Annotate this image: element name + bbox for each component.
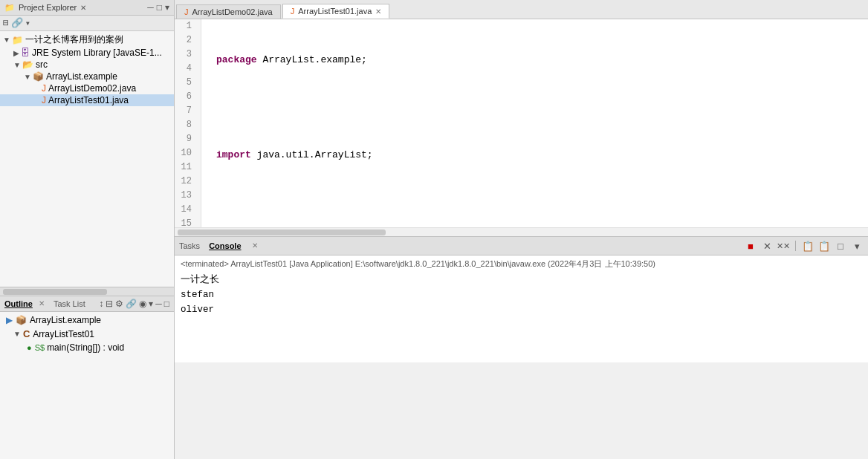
console-header: Tasks Console ✕ ■ ✕ ✕✕ 📋 📋 □ ▾ bbox=[175, 237, 868, 255]
outline-toolbar: ↕ ⊟ ⚙ 🔗 ◉ ▾ ─ □ bbox=[99, 299, 169, 309]
project-explorer-title: Project Explorer bbox=[19, 3, 77, 12]
console-output-0: 一计之长 bbox=[181, 273, 862, 287]
toolbar-menu-icon[interactable]: ▾ bbox=[25, 18, 30, 29]
src-label: src bbox=[36, 59, 48, 70]
outline-tab-close: ✕ bbox=[39, 299, 45, 308]
outline-maximize-icon[interactable]: □ bbox=[164, 299, 169, 309]
tree-item-jre[interactable]: ▶ 🗄 JRE System Library [JavaSE-1... bbox=[0, 47, 174, 59]
outline-package-icon2: 📦 bbox=[16, 315, 27, 325]
console-tab[interactable]: Console bbox=[209, 241, 241, 250]
separator bbox=[795, 241, 796, 251]
console-menu-icon[interactable]: ▾ bbox=[850, 239, 864, 253]
tab2-close-icon[interactable]: ✕ bbox=[375, 7, 381, 16]
console-tabs: Tasks Console ✕ bbox=[179, 241, 258, 250]
outline-item-class[interactable]: ▼ C ArrayListTest01 bbox=[0, 327, 174, 341]
outline-item-package[interactable]: ▶ 📦 ArrayList.example bbox=[0, 313, 174, 327]
tab2-java-icon: J bbox=[291, 7, 295, 16]
collapsed-icon: ▶ bbox=[13, 49, 19, 57]
menu-chevron-icon[interactable]: ▾ bbox=[165, 2, 169, 13]
outline-class-label: ArrayListTest01 bbox=[33, 329, 94, 339]
outline-sort-icon[interactable]: ↕ bbox=[99, 299, 103, 309]
jre-label: JRE System Library [JavaSE-1... bbox=[32, 48, 162, 58]
tab-arraylistdemo02[interactable]: J ArrayListDemo02.java bbox=[176, 4, 281, 19]
tree-item-src[interactable]: ▼ 📂 src bbox=[0, 59, 174, 71]
outline-link-icon[interactable]: 🔗 bbox=[126, 299, 137, 309]
src-folder-icon: 📂 bbox=[22, 59, 33, 70]
outline-menu-icon[interactable]: ▾ bbox=[149, 299, 153, 309]
code-content[interactable]: package ArrayList.example; import java.u… bbox=[201, 19, 868, 227]
editor-horizontal-scrollbar[interactable] bbox=[175, 227, 868, 236]
expand-src-icon: ▼ bbox=[13, 61, 21, 69]
test01-label: ArrayListTest01.java bbox=[48, 95, 129, 105]
tree-item-test01[interactable]: J ArrayListTest01.java bbox=[0, 94, 174, 106]
tree-item-demo02[interactable]: J ArrayListDemo02.java bbox=[0, 82, 174, 94]
tab-arraylisttest01[interactable]: J ArrayListTest01.java ✕ bbox=[282, 4, 390, 19]
console-output-2: oliver bbox=[181, 302, 862, 317]
expand-icon: ▼ bbox=[3, 36, 10, 44]
console-status: <terminated> ArrayListTest01 [Java Appli… bbox=[181, 258, 862, 270]
project-explorer-toolbar: ⊟ 🔗 ▾ bbox=[0, 16, 174, 31]
outline-tabs: Outline ✕ Task List bbox=[4, 299, 85, 308]
outline-tree: ▶ 📦 ArrayList.example ▼ C ArrayListTest0… bbox=[0, 312, 174, 459]
project-explorer-header: 📁 Project Explorer ✕ ─ □ ▾ bbox=[0, 0, 174, 16]
horizontal-scrollbar[interactable] bbox=[0, 287, 174, 296]
outline-minimize-icon[interactable]: ─ bbox=[155, 299, 162, 309]
outline-method-icon: S$ bbox=[35, 343, 45, 352]
code-text-2 bbox=[216, 100, 222, 114]
console-content: <terminated> ArrayListTest01 [Java Appli… bbox=[175, 255, 868, 362]
tab1-label: ArrayListDemo02.java bbox=[192, 7, 273, 16]
tree-item-package[interactable]: ▼ 📦 ArrayList.example bbox=[0, 71, 174, 82]
code-line-4 bbox=[207, 195, 862, 209]
project-tree: ▼ 📁 一计之长博客用到的案例 ▶ 🗄 JRE System Library [… bbox=[0, 31, 174, 287]
stop-icon[interactable]: ■ bbox=[744, 239, 757, 253]
tasks-tab[interactable]: Tasks bbox=[179, 241, 200, 250]
tree-item-project[interactable]: ▼ 📁 一计之长博客用到的案例 bbox=[0, 33, 174, 47]
library-icon: 🗄 bbox=[21, 48, 30, 58]
tab1-java-icon: J bbox=[184, 7, 189, 16]
console-tab-close[interactable]: ✕ bbox=[252, 241, 258, 250]
console-toolbar: ■ ✕ ✕✕ 📋 📋 □ ▾ bbox=[744, 239, 864, 253]
outline-collapse-icon[interactable]: ⊟ bbox=[106, 299, 113, 309]
expand-icon2[interactable]: □ bbox=[834, 239, 847, 253]
collapse-all-icon[interactable]: ⊟ bbox=[3, 17, 9, 29]
tab2-label: ArrayListTest01.java bbox=[298, 7, 372, 16]
project-folder-icon: 📁 bbox=[12, 35, 23, 45]
outline-filter-icon[interactable]: ⚙ bbox=[115, 299, 123, 309]
minimize-icon[interactable]: ─ bbox=[147, 2, 154, 13]
link-editor-icon[interactable]: 🔗 bbox=[11, 17, 23, 29]
line-numbers: 1 2 3 4 5 6 7 8 9 10 11 12 13 14 15 16 1 bbox=[175, 19, 201, 227]
copy-icon[interactable]: 📋 bbox=[801, 239, 814, 253]
paste-icon[interactable]: 📋 bbox=[817, 239, 831, 253]
outline-item-method[interactable]: ● S$ main(String[]) : void bbox=[0, 341, 174, 354]
code-text-4 bbox=[216, 195, 222, 209]
left-panel: 📁 Project Explorer ✕ ─ □ ▾ ⊟ 🔗 ▾ bbox=[0, 0, 175, 459]
package-icon: 📦 bbox=[33, 71, 44, 82]
editor-tab-bar: J ArrayListDemo02.java J ArrayListTest01… bbox=[175, 0, 868, 19]
outline-hide-icon[interactable]: ◉ bbox=[139, 299, 146, 309]
code-line-3: import java.util.ArrayList; bbox=[207, 148, 862, 162]
project-explorer-close-x-icon: ✕ bbox=[80, 4, 86, 12]
outline-bullet: ● bbox=[27, 343, 32, 352]
terminate-icon[interactable]: ✕ bbox=[760, 239, 774, 253]
java-file-icon-demo02: J bbox=[42, 83, 46, 94]
package-label: ArrayList.example bbox=[46, 71, 117, 82]
console-output-1: stefan bbox=[181, 287, 862, 302]
outline-class-icon: C bbox=[23, 328, 30, 339]
expand-pkg-icon: ▼ bbox=[24, 73, 31, 81]
right-panel: J ArrayListDemo02.java J ArrayListTest01… bbox=[175, 0, 868, 459]
outline-panel: Outline ✕ Task List ↕ ⊟ ⚙ 🔗 ◉ ▾ ─ □ bbox=[0, 296, 174, 459]
outline-header: Outline ✕ Task List ↕ ⊟ ⚙ 🔗 ◉ ▾ ─ □ bbox=[0, 296, 174, 312]
maximize-icon[interactable]: □ bbox=[157, 2, 162, 13]
task-list-tab[interactable]: Task List bbox=[54, 299, 85, 308]
java-file-icon-test01: J bbox=[42, 95, 46, 105]
outline-pkg-icon: ▶ bbox=[6, 315, 13, 325]
console-area: Tasks Console ✕ ■ ✕ ✕✕ 📋 📋 □ ▾ bbox=[175, 236, 868, 362]
outline-tab[interactable]: Outline bbox=[4, 299, 33, 308]
clear-icon[interactable]: ✕✕ bbox=[777, 239, 790, 253]
outline-method-label: main(String[]) : void bbox=[47, 342, 124, 353]
outline-class-expand: ▼ bbox=[13, 330, 21, 338]
project-label: 一计之长博客用到的案例 bbox=[25, 33, 123, 46]
project-explorer-icon: 📁 bbox=[4, 3, 15, 13]
code-text-1: package ArrayList.example; bbox=[216, 53, 367, 67]
code-editor[interactable]: 1 2 3 4 5 6 7 8 9 10 11 12 13 14 15 16 1 bbox=[175, 19, 868, 227]
